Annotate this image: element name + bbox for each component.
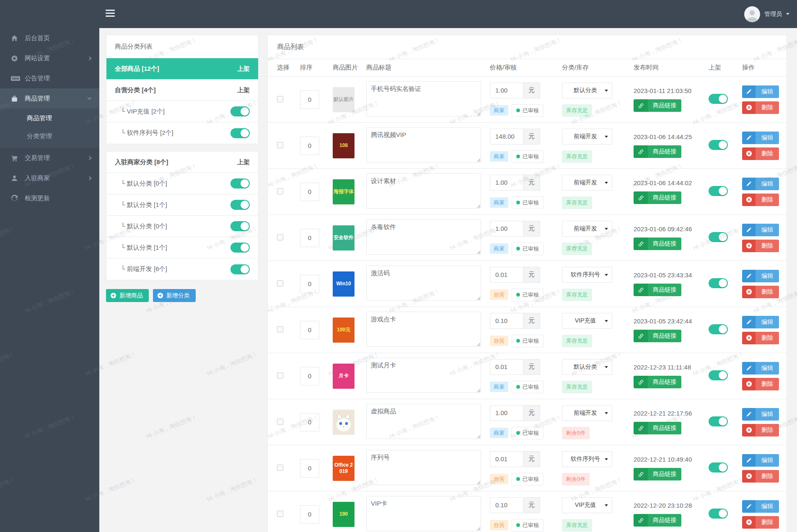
delete-button[interactable]: 删除 (742, 378, 779, 390)
product-link-button[interactable]: 商品链接 (634, 99, 681, 112)
product-link-button[interactable]: 商品链接 (634, 376, 681, 388)
category-toggle[interactable] (230, 178, 250, 189)
shelf-toggle[interactable] (709, 509, 728, 519)
edit-button[interactable]: 编辑 (742, 454, 779, 467)
delete-button[interactable]: 删除 (742, 424, 779, 436)
price-input[interactable] (490, 83, 523, 98)
row-select-checkbox[interactable] (277, 418, 283, 425)
shelf-toggle[interactable] (709, 94, 728, 104)
delete-button[interactable]: 删除 (742, 286, 779, 298)
price-input[interactable] (490, 359, 523, 375)
edit-button[interactable]: 编辑 (742, 362, 779, 374)
category-toggle[interactable] (230, 128, 250, 138)
category-select[interactable]: VIP充值 (562, 313, 612, 329)
edit-button[interactable]: 编辑 (742, 224, 779, 236)
sidebar-item[interactable]: 检测更新 (0, 188, 99, 208)
row-select-checkbox[interactable] (277, 326, 283, 333)
product-title-textarea[interactable] (366, 127, 481, 163)
edit-button[interactable]: 编辑 (742, 408, 779, 421)
row-select-checkbox[interactable] (277, 280, 283, 287)
category-select[interactable]: 前端开发 (562, 221, 612, 237)
sidebar-item[interactable]: 商品管理 (0, 88, 99, 108)
row-select-checkbox[interactable] (277, 511, 283, 517)
product-title-textarea[interactable] (366, 358, 481, 393)
delete-button[interactable]: 删除 (742, 147, 779, 160)
delete-button[interactable]: 删除 (742, 332, 779, 344)
category-toggle[interactable] (230, 200, 250, 210)
edit-button[interactable]: 编辑 (742, 500, 779, 513)
sort-input[interactable] (300, 505, 319, 524)
delete-button[interactable]: 删除 (742, 516, 779, 529)
product-link-button[interactable]: 商品链接 (634, 330, 681, 342)
add-product-button[interactable]: 新增商品 (106, 289, 149, 302)
shelf-toggle[interactable] (709, 416, 728, 426)
row-select-checkbox[interactable] (277, 188, 283, 194)
product-link-button[interactable]: 商品链接 (634, 284, 681, 296)
user-menu[interactable]: 管理员 (744, 0, 789, 28)
price-input[interactable] (490, 221, 523, 237)
shelf-toggle[interactable] (709, 140, 728, 150)
edit-button[interactable]: 编辑 (742, 270, 779, 282)
shelf-toggle[interactable] (709, 462, 728, 473)
product-title-textarea[interactable] (366, 450, 481, 485)
add-category-button[interactable]: 新增分类 (153, 289, 196, 302)
shelf-toggle[interactable] (709, 324, 728, 334)
sidebar-item[interactable]: 后台首页 (0, 28, 99, 48)
shelf-label[interactable]: 上架 (237, 65, 250, 73)
edit-button[interactable]: 编辑 (742, 85, 779, 98)
sidebar-item[interactable]: NEW公告管理 (0, 68, 99, 88)
shelf-toggle[interactable] (709, 186, 728, 196)
product-link-button[interactable]: 商品链接 (634, 422, 681, 434)
category-select[interactable]: VIP充值 (562, 497, 612, 513)
sort-input[interactable] (300, 275, 319, 293)
category-toggle[interactable] (230, 264, 250, 274)
sort-input[interactable] (300, 367, 319, 385)
category-select[interactable]: 前端开发 (562, 175, 612, 191)
price-input[interactable] (490, 267, 523, 283)
row-select-checkbox[interactable] (277, 142, 283, 148)
row-select-checkbox[interactable] (277, 465, 283, 471)
product-title-textarea[interactable] (366, 173, 481, 209)
delete-button[interactable]: 删除 (742, 240, 779, 252)
edit-button[interactable]: 编辑 (742, 316, 779, 328)
category-select[interactable]: 软件序列号 (562, 451, 612, 467)
category-select[interactable]: 软件序列号 (562, 267, 612, 283)
product-title-textarea[interactable] (366, 404, 481, 439)
sort-input[interactable] (300, 321, 319, 339)
price-input[interactable] (490, 405, 523, 421)
product-title-textarea[interactable] (366, 266, 481, 301)
sort-input[interactable] (300, 137, 319, 155)
product-title-textarea[interactable] (366, 220, 481, 255)
sort-input[interactable] (300, 459, 319, 478)
sidebar-item[interactable]: 交易管理 (0, 148, 99, 168)
row-select-checkbox[interactable] (277, 96, 283, 102)
category-toggle[interactable] (230, 106, 250, 116)
delete-button[interactable]: 删除 (742, 194, 779, 206)
sort-input[interactable] (300, 413, 319, 431)
sidebar-subitem[interactable]: 商品管理 (0, 109, 99, 127)
price-input[interactable] (490, 313, 523, 329)
category-toggle[interactable] (230, 221, 250, 231)
product-title-textarea[interactable] (366, 81, 481, 116)
shelf-toggle[interactable] (709, 278, 728, 288)
product-link-button[interactable]: 商品链接 (634, 191, 681, 204)
shelf-toggle[interactable] (709, 232, 728, 242)
edit-button[interactable]: 编辑 (742, 132, 779, 144)
sidebar-item[interactable]: 网站设置 (0, 48, 99, 68)
sort-input[interactable] (300, 90, 319, 109)
row-select-checkbox[interactable] (277, 372, 283, 379)
product-title-textarea[interactable] (366, 312, 481, 347)
shelf-label[interactable]: 上架 (237, 158, 250, 166)
edit-button[interactable]: 编辑 (742, 178, 779, 190)
product-title-textarea[interactable] (366, 496, 481, 531)
price-input[interactable] (490, 451, 523, 467)
price-input[interactable] (490, 129, 523, 145)
category-select[interactable]: 默认分类 (562, 83, 612, 98)
delete-button[interactable]: 删除 (742, 470, 779, 483)
menu-toggle-icon[interactable] (106, 10, 115, 18)
sort-input[interactable] (300, 229, 319, 247)
row-select-checkbox[interactable] (277, 234, 283, 240)
shelf-toggle[interactable] (709, 370, 728, 380)
category-select[interactable]: 默认分类 (562, 359, 612, 375)
price-input[interactable] (490, 497, 523, 513)
